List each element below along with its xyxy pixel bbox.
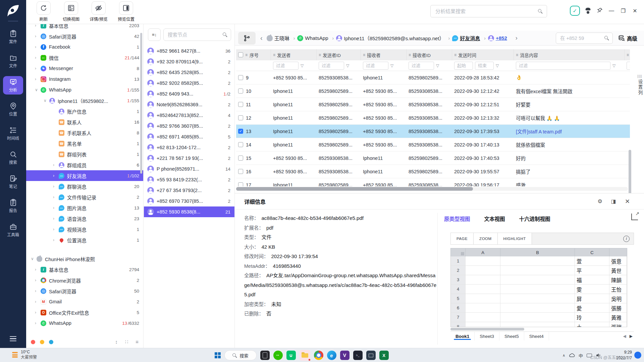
sheet-cell[interactable] xyxy=(466,313,500,322)
sheet-col-header[interactable]: B xyxy=(500,248,575,256)
tree-item[interactable]: 联系人 16 xyxy=(26,117,143,127)
table-horizontal-scrollbar[interactable] xyxy=(236,187,628,191)
breadcrumb-back-icon[interactable]: ‹ xyxy=(260,34,263,42)
panel-toggle-icon[interactable]: ◨ xyxy=(611,198,616,204)
tree-item[interactable]: 群组列表 1 xyxy=(26,149,143,160)
chrome-app-icon[interactable] xyxy=(314,351,323,360)
node-item[interactable]: +55 93 8419-2232(... 2 xyxy=(144,174,234,185)
column-label[interactable]: 发送者 xyxy=(277,52,291,58)
expander-icon[interactable]: › xyxy=(53,173,59,178)
sheet-cell[interactable] xyxy=(466,256,500,266)
tree-item[interactable]: › Instagram 13 xyxy=(26,74,143,84)
scoped-search-input[interactable] xyxy=(559,35,604,41)
rail-item-case[interactable]: 案件 xyxy=(3,28,23,46)
pin-window-icon[interactable] xyxy=(596,7,603,14)
sheet-tab[interactable]: Book1 xyxy=(450,332,475,341)
tray-expand-icon[interactable]: ∧ xyxy=(562,353,565,358)
grid-view-icon[interactable]: ∷ xyxy=(125,339,128,345)
file-explorer-icon[interactable] xyxy=(300,350,310,361)
expander-icon[interactable]: › xyxy=(35,55,41,60)
sheet-tab[interactable]: Sheet5 xyxy=(499,332,524,341)
rail-item-notes[interactable]: 笔记 xyxy=(3,173,23,191)
node-item[interactable]: +92 320 8709114(9... 2 xyxy=(144,56,234,67)
sheet-row-number[interactable]: 8 xyxy=(451,322,466,327)
filter-start-input[interactable] xyxy=(457,63,471,68)
row-checkbox[interactable] xyxy=(238,129,243,134)
red-dot[interactable] xyxy=(31,340,35,344)
breadcrumb-item[interactable]: 王晓琳 › xyxy=(267,35,298,42)
breadcrumb-item[interactable]: +852 xyxy=(488,35,514,41)
viewer-toolbar-button[interactable]: ZOOM xyxy=(474,233,498,244)
expander-icon[interactable]: › xyxy=(35,310,41,315)
menu-icon[interactable] xyxy=(10,335,16,343)
node-item[interactable]: +852 6971 4085(85... 5 xyxy=(144,131,234,142)
column-label[interactable]: 接收者ID xyxy=(413,52,431,58)
row-checkbox[interactable] xyxy=(238,156,243,161)
refresh-button[interactable]: 刷新 xyxy=(32,1,56,22)
column-settings-tab[interactable]: |||| 设置列 xyxy=(636,74,644,96)
device-app-icon[interactable] xyxy=(260,351,270,360)
expander-icon[interactable]: ∨ xyxy=(31,256,37,261)
sheet-row-number[interactable]: 2 xyxy=(451,266,466,275)
table-row[interactable]: 9 +852 5930 85... 85259308538... Iphone1… xyxy=(236,71,630,84)
node-item[interactable]: Note9(8526286369... 2 xyxy=(144,99,234,110)
sheet-cell[interactable]: 張瑞 xyxy=(609,322,627,327)
tree-scrollbar[interactable] xyxy=(140,33,142,174)
expander-icon[interactable]: ∨ xyxy=(35,87,41,92)
sheet-tab-prev-icon[interactable]: ◀ xyxy=(623,334,626,339)
expander-icon[interactable]: › xyxy=(53,163,59,167)
row-checkbox[interactable] xyxy=(238,182,243,186)
rail-item-report[interactable]: 报告 xyxy=(3,197,23,215)
edge-app-icon[interactable]: e xyxy=(327,351,336,360)
message-content-cell[interactable]: 就係依個檔案 xyxy=(514,141,625,148)
scoped-search-box[interactable] xyxy=(556,33,613,44)
expander-icon[interactable]: › xyxy=(53,205,59,210)
expander-icon[interactable]: › xyxy=(53,238,59,242)
message-content-cell[interactable]: 👌 xyxy=(514,75,625,80)
info-icon[interactable]: i xyxy=(623,236,630,242)
tree-item[interactable]: › 基本信息 2203 xyxy=(26,24,143,31)
node-item[interactable]: +852 9202 8582(85... 2 xyxy=(144,78,234,88)
expander-icon[interactable]: › xyxy=(35,66,41,71)
filter-icon[interactable] xyxy=(496,63,499,68)
node-item[interactable]: +852 6970 7307(85... 2 xyxy=(144,196,234,206)
table-row[interactable]: 16 +852 5930 85... 85259308538... Iphone… xyxy=(236,165,630,178)
node-item[interactable]: +852 9766 3607(85... 2 xyxy=(144,121,234,131)
sheet-cell[interactable]: 陳韻 xyxy=(609,275,627,285)
sheet-cell[interactable] xyxy=(466,285,500,294)
sheet-cell[interactable]: 萱 xyxy=(575,256,609,266)
viewer-toolbar-button[interactable]: PAGE xyxy=(451,233,474,244)
expander-icon[interactable]: › xyxy=(35,34,41,39)
close-detail-icon[interactable]: ✕ xyxy=(625,198,630,205)
column-settings-label[interactable]: 设置列 xyxy=(637,79,643,96)
expander-icon[interactable]: › xyxy=(53,216,59,221)
expander-icon[interactable]: › xyxy=(35,278,41,283)
yellow-dot[interactable] xyxy=(40,340,44,344)
v-app-icon[interactable]: V xyxy=(340,351,350,360)
filter-input[interactable] xyxy=(518,63,608,68)
list-view-icon[interactable]: ≡ xyxy=(136,339,139,345)
column-label[interactable]: 发送者ID xyxy=(323,52,341,58)
sheet-cell[interactable]: 平 xyxy=(575,266,609,275)
advanced-search-button[interactable]: 高级 xyxy=(618,35,637,42)
table-row[interactable]: 10 Iphone11 85259802589... +852 5930 85.… xyxy=(236,84,630,98)
tree-item[interactable]: › Messenger 8 xyxy=(26,63,143,74)
sheet-tab[interactable]: Sheet4 xyxy=(524,332,549,341)
tree-item[interactable]: › 图片消息 13 xyxy=(26,202,143,213)
node-item[interactable]: +221 78 567 19 93(... 2 xyxy=(144,153,234,164)
sheet-tab-next-icon[interactable]: ▶ xyxy=(630,334,633,339)
terminal-app-icon[interactable]: >_ xyxy=(353,351,363,360)
expander-icon[interactable]: › xyxy=(53,184,59,189)
sheet-cell[interactable]: 吳明 xyxy=(609,294,627,303)
filter-input[interactable] xyxy=(629,63,630,68)
sheet-cell[interactable] xyxy=(500,275,575,285)
filter-input[interactable] xyxy=(321,63,342,68)
tree-item[interactable]: 手机联系人 8 xyxy=(26,127,143,138)
message-content-cell[interactable]: 好緊要 xyxy=(514,101,625,108)
sheet-col-header[interactable] xyxy=(609,248,627,256)
expander-icon[interactable]: ∨ xyxy=(44,98,49,103)
tree-item[interactable]: ∨ Iphone11（85259802... 1 /155 xyxy=(26,95,143,106)
sheet-cell[interactable] xyxy=(500,303,575,313)
store-app-icon[interactable] xyxy=(286,351,296,360)
sheet-cell[interactable] xyxy=(466,322,500,327)
